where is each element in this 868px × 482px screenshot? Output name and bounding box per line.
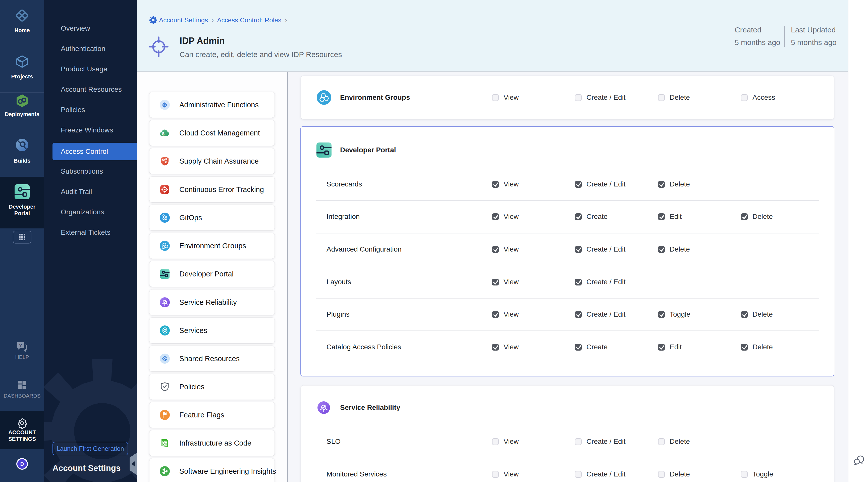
svg-text:$: $ bbox=[162, 131, 164, 136]
svg-text:?: ? bbox=[19, 343, 22, 348]
